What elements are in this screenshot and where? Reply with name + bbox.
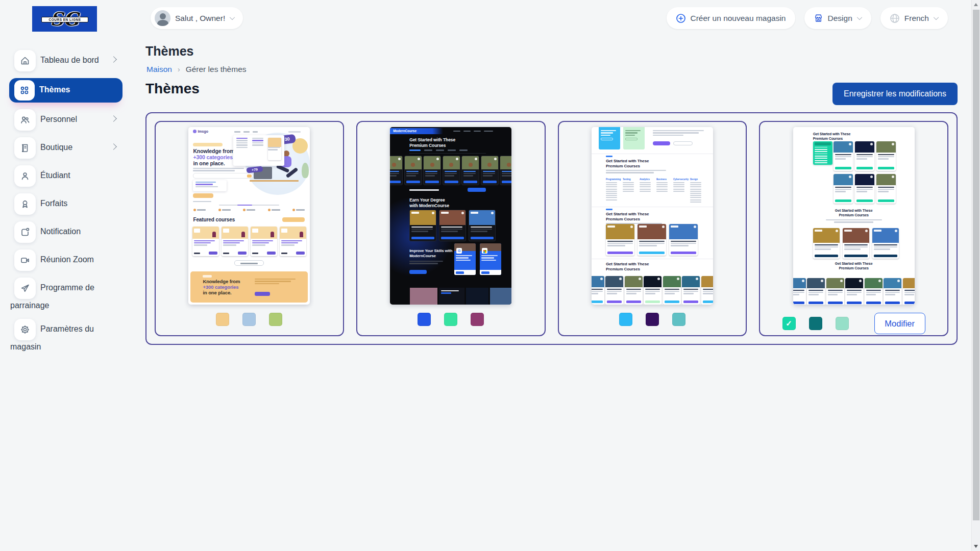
create-store-label: Créer un nouveau magasin — [691, 14, 786, 23]
chevron-down-icon — [934, 14, 939, 19]
users-icon — [14, 109, 36, 131]
sidebar-item-student[interactable]: Étudiant — [0, 165, 135, 187]
design-dropdown[interactable]: Design — [804, 7, 871, 29]
sidebar-item-zoom-meeting[interactable]: Réunion Zoom — [0, 249, 135, 271]
theme-card-1[interactable]: lmsgo +79 +30 Knowledge from +300 catego… — [155, 121, 344, 336]
breadcrumb-separator: › — [178, 65, 180, 73]
receipt-icon — [14, 137, 36, 159]
color-swatch[interactable] — [836, 317, 849, 330]
sidebar-item-label: Personnel — [40, 115, 77, 123]
sidebar-item-staff[interactable]: Personnel — [0, 109, 135, 131]
header-actions: Créer un nouveau magasin Design French — [667, 7, 948, 29]
user-menu[interactable]: Salut , Owner! — [151, 7, 243, 29]
app-root: SG COURS EN LIGNE Salut , Owner! Créer u… — [0, 0, 980, 551]
color-swatch[interactable] — [242, 313, 256, 326]
color-swatch[interactable] — [619, 313, 632, 326]
scroll-down-arrow[interactable] — [974, 545, 978, 548]
themes-container: lmsgo +79 +30 Knowledge from +300 catego… — [145, 112, 958, 345]
sidebar-item-label: Étudiant — [40, 171, 70, 180]
color-swatch[interactable] — [646, 313, 659, 326]
grid-icon — [14, 80, 35, 101]
sidebar-item-plans[interactable]: Forfaits — [0, 193, 135, 215]
create-store-button[interactable]: Créer un nouveau magasin — [667, 7, 795, 29]
send-icon — [14, 278, 36, 299]
avatar — [155, 10, 170, 26]
sidebar: Tableau de bord Thèmes Personnel Boutiqu… — [0, 0, 135, 551]
theme-3-preview: Get Started with These Premium Courses P… — [592, 127, 713, 305]
storefront-icon — [814, 13, 823, 23]
chevron-down-icon — [857, 14, 862, 19]
color-swatch[interactable] — [269, 313, 282, 326]
globe-icon — [890, 13, 900, 23]
sidebar-item-label: Forfaits — [40, 199, 67, 208]
color-swatch-selected[interactable] — [782, 317, 796, 330]
chevron-down-icon — [230, 14, 235, 19]
scroll-up-arrow[interactable] — [974, 3, 978, 6]
sidebar-item-label: Réunion Zoom — [40, 255, 94, 264]
sidebar-item-label: Boutique — [40, 143, 72, 152]
chevron-right-icon — [110, 115, 117, 122]
sidebar-item-label: Thèmes — [39, 85, 70, 94]
video-icon — [14, 249, 36, 271]
color-swatch[interactable] — [418, 313, 431, 326]
scrollbar[interactable] — [971, 0, 980, 551]
color-swatch[interactable] — [216, 313, 229, 326]
language-dropdown[interactable]: French — [880, 7, 948, 29]
sidebar-item-shop[interactable]: Boutique — [0, 137, 135, 159]
sidebar-item-label: Notification — [40, 227, 81, 236]
chevron-right-icon — [110, 56, 117, 63]
color-swatch[interactable] — [471, 313, 484, 326]
theme-4-preview: Get Started with These Premium Courses G… — [793, 127, 915, 305]
theme-2-swatches — [418, 313, 484, 326]
theme-4-swatches: Modifier — [782, 313, 925, 334]
sidebar-item-label: Tableau de bord — [40, 56, 99, 64]
student-icon — [14, 165, 36, 187]
award-icon — [14, 193, 36, 215]
theme-card-2[interactable]: ModernCourse Get Started with These Prem… — [356, 121, 546, 336]
circle-plus-icon — [676, 13, 686, 23]
breadcrumb-current: Gérer les thèmes — [186, 65, 247, 74]
section-title: Thèmes — [145, 81, 200, 97]
sidebar-item-store-settings[interactable]: Paramètres du magasin — [0, 319, 135, 354]
language-label: French — [904, 14, 929, 23]
sidebar-item-notification[interactable]: Notification — [0, 221, 135, 243]
save-changes-button[interactable]: Enregistrer les modifications — [832, 83, 958, 105]
sidebar-item-dashboard[interactable]: Tableau de bord — [0, 50, 135, 71]
theme-3-swatches — [619, 313, 685, 326]
theme-1-swatches — [216, 313, 282, 326]
color-swatch[interactable] — [672, 313, 685, 326]
theme-2-preview: ModernCourse Get Started with These Prem… — [390, 127, 511, 305]
theme-1-preview: lmsgo +79 +30 Knowledge from +300 catego… — [188, 127, 310, 305]
greeting-text: Salut , Owner! — [175, 14, 225, 23]
sidebar-item-referral-program[interactable]: Programme de parrainage — [0, 278, 135, 312]
bell-square-icon — [14, 221, 36, 243]
scrollbar-thumb[interactable] — [973, 10, 979, 520]
home-icon — [14, 50, 36, 71]
breadcrumb: Maison › Gérer les thèmes — [146, 65, 247, 74]
color-swatch[interactable] — [444, 313, 457, 326]
sidebar-item-themes[interactable]: Thèmes — [9, 78, 122, 103]
theme-card-4[interactable]: Get Started with These Premium Courses G… — [759, 121, 948, 336]
breadcrumb-home-link[interactable]: Maison — [146, 65, 172, 74]
chevron-right-icon — [110, 143, 117, 150]
color-swatch[interactable] — [809, 317, 822, 330]
design-label: Design — [828, 14, 852, 23]
edit-theme-button[interactable]: Modifier — [874, 313, 925, 334]
theme-card-3[interactable]: Get Started with These Premium Courses P… — [558, 121, 747, 336]
page-title: Thèmes — [145, 44, 193, 59]
gear-icon — [14, 319, 36, 340]
